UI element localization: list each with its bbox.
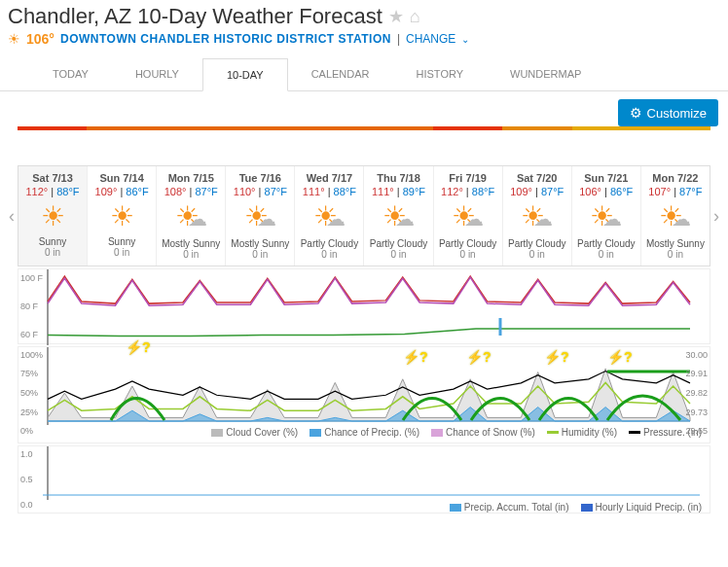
partly-cloudy-icon: ☀☁	[228, 201, 292, 234]
condition: Partly Cloudy	[574, 238, 638, 249]
lightning-annotation-icon: ⚡?	[607, 349, 633, 365]
hi-temp: 112°	[441, 186, 463, 197]
condition: Mostly Sunny	[228, 238, 292, 249]
condition: Partly Cloudy	[436, 238, 500, 249]
condition: Partly Cloudy	[297, 238, 361, 249]
hi-temp: 111°	[303, 186, 325, 197]
hi-temp: 109°	[510, 186, 532, 197]
day-col[interactable]: Mon 7/15 108° | 87°F ☀☁ Mostly Sunny 0 i…	[157, 166, 226, 266]
change-station-link[interactable]: CHANGE	[406, 32, 455, 46]
next-arrow-icon[interactable]: ›	[708, 200, 725, 232]
hi-temp: 106°	[579, 186, 601, 197]
partly-cloudy-icon: ☀☁	[297, 201, 361, 234]
partly-cloudy-icon: ☀☁	[366, 201, 430, 234]
hi-temp: 108°	[164, 186, 187, 197]
day-name: Mon 7/15	[159, 172, 223, 184]
chart-precipitation[interactable]: 1.0 0.5 0.0 Precip. Accum. Total (in) Ho…	[18, 445, 710, 514]
day-name: Sat 7/13	[20, 172, 85, 184]
legend-cloud: Cloud Cover (%)	[226, 427, 298, 438]
tab-calendar[interactable]: CALENDAR	[288, 58, 393, 90]
condition: Partly Cloudy	[505, 238, 569, 249]
day-col[interactable]: Thu 7/18 111° | 89°F ☀☁ Partly Cloudy 0 …	[364, 166, 433, 266]
day-col[interactable]: Fri 7/19 112° | 88°F ☀☁ Partly Cloudy 0 …	[434, 166, 503, 266]
precip: 0 in	[643, 249, 708, 260]
lo-temp: 88°F	[472, 186, 494, 197]
station-link[interactable]: DOWNTOWN CHANDLER HISTORIC DISTRICT STAT…	[60, 32, 391, 46]
tab-history[interactable]: HISTORY	[393, 58, 488, 90]
tab-hourly[interactable]: HOURLY	[112, 58, 202, 90]
day-name: Sun 7/14	[90, 172, 154, 184]
ylabel-right: 29.65	[685, 426, 708, 436]
lightning-annotation-icon: ⚡?	[466, 349, 491, 365]
hi-temp: 109°	[95, 186, 118, 197]
precip: 0 in	[505, 249, 569, 260]
tab-today[interactable]: TODAY	[29, 58, 112, 90]
lo-temp: 87°F	[195, 186, 217, 197]
ylabel-right: 29.91	[685, 369, 708, 378]
day-col[interactable]: Sun 7/14 109° | 86°F ☀ Sunny 0 in	[88, 166, 157, 266]
lo-temp: 87°F	[541, 186, 564, 197]
legend-precip: Chance of Precip. (%)	[324, 427, 419, 438]
hi-temp: 107°	[648, 186, 671, 197]
ylabel: 75%	[20, 369, 38, 378]
temp-colorbar	[18, 126, 710, 130]
day-name: Tue 7/16	[228, 172, 292, 184]
tabs: TODAY HOURLY 10-DAY CALENDAR HISTORY WUN…	[0, 58, 728, 91]
ylabel: 100 F	[20, 273, 43, 283]
ylabel: 50%	[20, 388, 38, 398]
tab-wundermap[interactable]: WUNDERMAP	[487, 58, 604, 90]
prev-arrow-icon[interactable]: ‹	[3, 200, 20, 232]
partly-cloudy-icon: ☀☁	[505, 201, 569, 234]
chevron-down-icon[interactable]: ⌄	[461, 34, 469, 45]
precip: 0 in	[436, 249, 500, 260]
ylabel: 25%	[20, 408, 38, 417]
lo-temp: 89°F	[403, 186, 425, 197]
current-temp: 106°	[26, 31, 55, 47]
hi-temp: 110°	[234, 186, 256, 197]
partly-cloudy-icon: ☀☁	[574, 201, 638, 234]
day-col[interactable]: Sat 7/20 109° | 87°F ☀☁ Partly Cloudy 0 …	[503, 166, 572, 266]
day-col[interactable]: Sun 7/21 106° | 86°F ☀☁ Partly Cloudy 0 …	[572, 166, 641, 266]
ylabel: 0.5	[20, 475, 33, 484]
lo-temp: 86°F	[126, 186, 148, 197]
chart-cloud-precip[interactable]: 100% 75% 50% 25% 0% 30.00 29.91 29.82 29…	[18, 346, 710, 443]
day-col[interactable]: Sat 7/13 112° | 88°F ☀ Sunny 0 in	[18, 166, 88, 266]
favorite-star-icon[interactable]: ★	[388, 6, 404, 27]
partly-cloudy-icon: ☀☁	[643, 201, 708, 234]
sunny-icon: ☀	[90, 201, 154, 232]
home-icon[interactable]: ⌂	[410, 7, 420, 27]
precip: 0 in	[574, 249, 638, 260]
partly-cloudy-icon: ☀☁	[159, 201, 223, 234]
precip: 0 in	[228, 249, 292, 260]
condition: Partly Cloudy	[366, 238, 430, 249]
ylabel: 1.0	[20, 449, 33, 459]
legend: Precip. Accum. Total (in) Hourly Liquid …	[18, 500, 710, 514]
day-name: Mon 7/22	[643, 172, 708, 184]
lo-temp: 88°F	[334, 186, 356, 197]
ylabel: 0%	[20, 426, 33, 436]
customize-button[interactable]: ⚙ Customize	[618, 99, 718, 126]
day-name: Thu 7/18	[366, 172, 430, 184]
sun-icon: ☀	[8, 31, 20, 47]
lightning-annotation-icon: ⚡?	[126, 339, 151, 355]
divider: |	[397, 32, 400, 46]
customize-label: Customize	[647, 106, 707, 121]
lightning-annotation-icon: ⚡?	[544, 349, 569, 365]
lo-temp: 87°F	[679, 186, 702, 197]
ylabel: 60 F	[20, 330, 38, 339]
day-col[interactable]: Wed 7/17 111° | 88°F ☀☁ Partly Cloudy 0 …	[295, 166, 364, 266]
legend-snow: Chance of Snow (%)	[446, 427, 535, 438]
day-col[interactable]: Mon 7/22 107° | 87°F ☀☁ Mostly Sunny 0 i…	[641, 166, 710, 266]
precip: 0 in	[20, 247, 85, 258]
precip: 0 in	[159, 249, 223, 260]
lightning-annotation-icon: ⚡?	[403, 349, 428, 365]
day-name: Fri 7/19	[436, 172, 500, 184]
ylabel-right: 29.82	[685, 388, 708, 398]
tab-10day[interactable]: 10-DAY	[202, 58, 288, 91]
legend-humid: Humidity (%)	[562, 427, 617, 438]
day-name: Sat 7/20	[505, 172, 569, 184]
hi-temp: 111°	[372, 186, 394, 197]
day-col[interactable]: Tue 7/16 110° | 87°F ☀☁ Mostly Sunny 0 i…	[226, 166, 295, 266]
chart-temperature[interactable]: 100 F 80 F 60 F Dew Point (°) Feels Like…	[18, 268, 710, 344]
partly-cloudy-icon: ☀☁	[436, 201, 500, 234]
